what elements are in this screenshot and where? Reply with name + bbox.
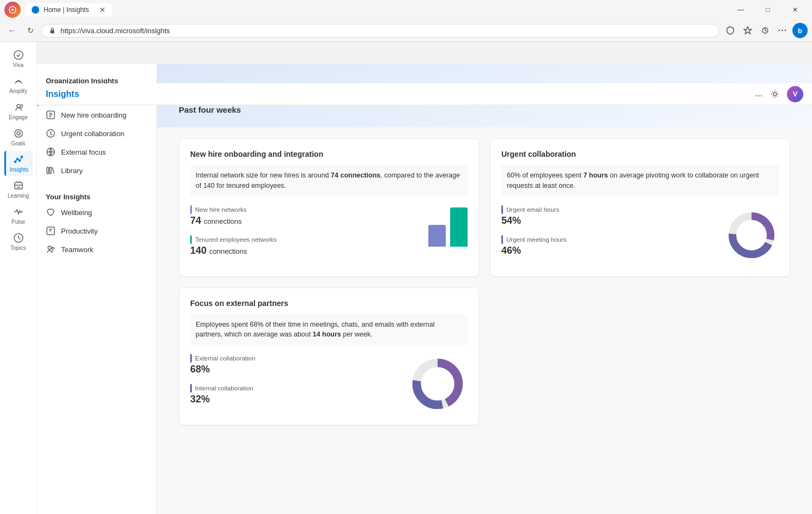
- nav-label-productivity: Productivity: [61, 227, 98, 235]
- nav-item-new-hire[interactable]: New hire onboarding: [37, 106, 156, 124]
- address-bar[interactable]: https://viva.cloud.microsoft/insights: [41, 24, 719, 38]
- nav-label-teamwork: Teamwork: [61, 246, 93, 254]
- svg-point-10: [21, 156, 23, 158]
- metric-dot-4: [501, 235, 503, 244]
- sidebar-label-viva: Viva: [13, 62, 23, 68]
- new-hire-card-title: New hire onboarding and integration: [190, 150, 468, 158]
- metric-value-1: 74 connections: [190, 215, 420, 227]
- nav-item-external-focus[interactable]: External focus: [37, 143, 156, 161]
- nav-label-wellbeing: Wellbeing: [61, 209, 92, 217]
- browser-tab[interactable]: Home | Insights ✕: [25, 3, 112, 16]
- metric-label-text-1: New hire networks: [195, 206, 247, 213]
- new-hire-chart-area: New hire networks 74 connections: [190, 205, 468, 265]
- settings-button[interactable]: [767, 87, 783, 102]
- external-partners-metrics: External collaboration 68% Internal coll…: [190, 354, 388, 414]
- app-title: Insights: [46, 89, 79, 99]
- external-partners-chart-area: External collaboration 68% Internal coll…: [190, 354, 468, 414]
- external-partners-card: Focus on external partners Employees spe…: [179, 287, 479, 426]
- sidebar-label-amplify: Amplify: [9, 88, 27, 94]
- svg-point-21: [52, 247, 54, 249]
- new-hire-metrics: New hire networks 74 connections: [190, 205, 420, 265]
- svg-rect-1: [51, 30, 54, 33]
- svg-point-7: [15, 161, 16, 163]
- svg-rect-18: [50, 167, 51, 174]
- nav-item-teamwork[interactable]: Teamwork: [37, 240, 156, 259]
- svg-point-13: [773, 93, 777, 96]
- metric-value-6: 32%: [190, 394, 388, 405]
- sidebar-item-engage[interactable]: Engage: [4, 99, 33, 124]
- metric-tenured-networks: Tenured employees networks 140 connectio…: [190, 235, 420, 256]
- sidebar-label-learning: Learning: [8, 193, 29, 199]
- icon-sidebar: Viva Amplify Engage Goals Insights Learn…: [0, 42, 37, 514]
- bar-2: [450, 207, 468, 247]
- bar-1: [428, 225, 446, 247]
- nav-item-library[interactable]: Library: [37, 161, 156, 180]
- sidebar-label-insights: Insights: [10, 167, 28, 173]
- metric-internal-collab: Internal collaboration 32%: [190, 384, 388, 405]
- refresh-button[interactable]: ↻: [23, 23, 38, 38]
- sidebar-item-goals[interactable]: Goals: [4, 125, 33, 150]
- nav-label-urgent-collab: Urgent collaboration: [61, 130, 124, 138]
- metric-urgent-meeting: Urgent meeting hours 46%: [501, 235, 705, 256]
- user-avatar[interactable]: V: [787, 86, 803, 102]
- sidebar-item-insights[interactable]: Insights: [4, 151, 33, 176]
- browser-logo: [4, 2, 21, 18]
- sidebar-item-viva[interactable]: Viva: [4, 46, 33, 71]
- back-button[interactable]: ←: [4, 23, 20, 38]
- sidebar-label-goals: Goals: [11, 140, 25, 146]
- svg-point-3: [14, 51, 23, 59]
- minimize-button[interactable]: —: [728, 1, 753, 19]
- metric-dot-3: [501, 205, 503, 214]
- header-more-button[interactable]: ...: [755, 90, 763, 98]
- tab-close-button[interactable]: ✕: [99, 5, 106, 14]
- header-right: ... V: [755, 86, 803, 102]
- sidebar-item-pulse[interactable]: Pulse: [4, 203, 33, 228]
- window-controls: — □ ✕: [728, 1, 808, 19]
- donut-external-partners: [408, 354, 468, 414]
- metric-new-hire-networks: New hire networks 74 connections: [190, 205, 420, 227]
- tab-title: Home | Insights: [44, 6, 95, 14]
- metric-dot-2: [190, 235, 192, 244]
- metric-value-5: 68%: [190, 364, 388, 375]
- toolbar-icons: ··· b: [723, 23, 808, 38]
- nav-label-new-hire: New hire onboarding: [61, 111, 126, 119]
- urgent-collab-card-title: Urgent collaboration: [501, 150, 779, 158]
- app-header: Insights ... V: [37, 83, 812, 105]
- external-partners-card-description: Employees spent 68% of their time in mee…: [190, 314, 468, 346]
- sidebar-item-amplify[interactable]: Amplify: [4, 72, 33, 97]
- sidebar-item-learning[interactable]: Learning: [4, 177, 33, 202]
- maximize-button[interactable]: □: [755, 1, 780, 19]
- metric-label-text-5: External collaboration: [195, 355, 256, 362]
- metric-label-text-4: Urgent meeting hours: [506, 236, 567, 243]
- sidebar-label-engage: Engage: [9, 114, 27, 120]
- sync-icon-btn[interactable]: [758, 23, 773, 38]
- svg-point-8: [17, 158, 19, 160]
- lock-icon: [49, 27, 56, 34]
- metric-value-2: 140 connections: [190, 245, 420, 256]
- shield-icon-btn[interactable]: [723, 23, 738, 38]
- metric-label-text-6: Internal collaboration: [195, 385, 253, 391]
- svg-point-6: [17, 132, 20, 135]
- nav-item-wellbeing[interactable]: Wellbeing: [37, 203, 156, 222]
- svg-rect-17: [47, 167, 49, 174]
- urgent-collab-chart-area: Urgent email hours 54% Urgent meeting ho…: [501, 205, 779, 265]
- nav-label-library: Library: [61, 167, 83, 175]
- external-partners-card-title: Focus on external partners: [190, 299, 468, 308]
- star-icon-btn[interactable]: [740, 23, 755, 38]
- left-nav: Organization Insights Home New hire onbo…: [37, 64, 157, 514]
- content-wrapper: Organization Insights Home New hire onbo…: [37, 64, 812, 514]
- nav-label-external-focus: External focus: [61, 148, 106, 156]
- sidebar-label-pulse: Pulse: [11, 219, 25, 225]
- metric-label-text-2: Tenured employees networks: [195, 236, 277, 243]
- metric-label-text-3: Urgent email hours: [506, 206, 559, 213]
- nav-item-productivity[interactable]: Productivity: [37, 222, 156, 240]
- cards-section: New hire onboarding and integration Inte…: [157, 127, 812, 447]
- cards-row-1: New hire onboarding and integration Inte…: [179, 138, 790, 277]
- bing-button[interactable]: b: [792, 23, 808, 38]
- metric-dot-5: [190, 354, 192, 363]
- nav-item-urgent-collab[interactable]: Urgent collaboration: [37, 124, 156, 143]
- close-button[interactable]: ✕: [783, 1, 808, 19]
- sidebar-item-topics[interactable]: Topics: [4, 229, 33, 254]
- more-icon-btn[interactable]: ···: [775, 23, 790, 38]
- urgent-collab-card-description: 60% of employees spent 7 hours on averag…: [501, 165, 779, 197]
